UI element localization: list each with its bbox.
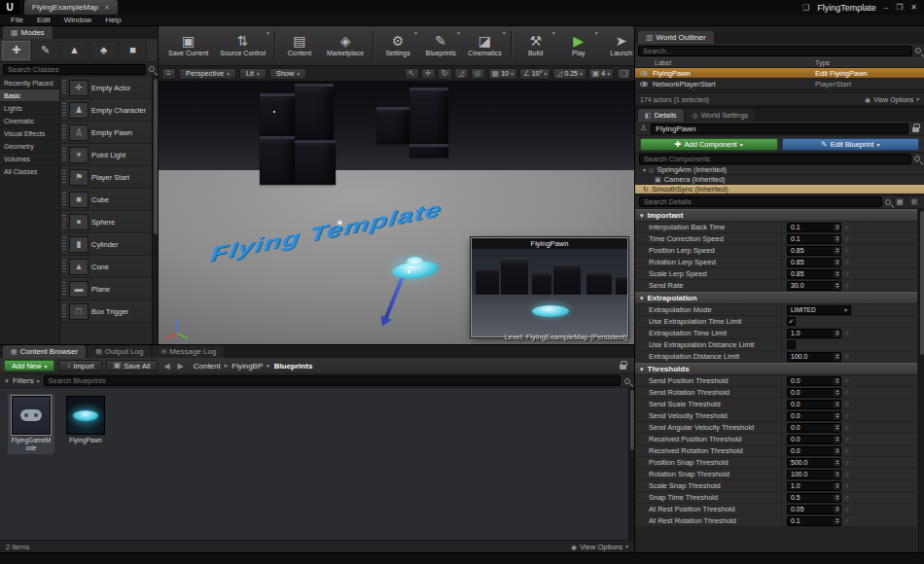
source-control-button[interactable]: ⇅Source Control▾	[214, 26, 271, 65]
component-springarm-inherited[interactable]: ▾◇SpringArm (Inherited)	[635, 165, 924, 175]
asset-grid[interactable]: FlyingGameModeFlyingPawn	[0, 388, 634, 540]
spinner[interactable]	[834, 235, 840, 243]
reset-to-default-icon[interactable]: ↺	[844, 412, 849, 419]
close-icon[interactable]: ✕	[910, 4, 917, 12]
number-input[interactable]: 0.0	[787, 376, 841, 386]
mode-tab-paint-mode[interactable]: ✎	[31, 41, 59, 60]
close-icon[interactable]: ✕	[104, 4, 110, 11]
section-header-thresholds[interactable]: ▾Thresholds	[635, 363, 917, 375]
monitor-icon[interactable]: ❑	[802, 4, 809, 12]
number-input[interactable]: 0.1	[787, 223, 841, 232]
spinner[interactable]	[834, 259, 840, 266]
spinner[interactable]	[834, 436, 840, 443]
property-matrix-button[interactable]: ▦	[894, 196, 906, 207]
component-smoothsync-inherited[interactable]: ↻SmoothSync (Inherited)	[635, 185, 924, 194]
number-input[interactable]: 0.0	[787, 400, 841, 409]
tab-output-log[interactable]: ▤Output Log	[88, 345, 151, 358]
number-input[interactable]: 100.0	[787, 352, 841, 362]
spinner[interactable]	[834, 482, 840, 490]
world-space-button[interactable]: ◎	[471, 68, 485, 80]
place-item-cube[interactable]: ■Cube	[60, 189, 158, 211]
spinner[interactable]	[834, 401, 840, 408]
menu-window[interactable]: Window	[57, 15, 98, 25]
reset-to-default-icon[interactable]: ↺	[844, 471, 849, 477]
reset-to-default-icon[interactable]: ↺	[844, 482, 849, 489]
save-current-button[interactable]: ▣Save Current	[162, 26, 214, 65]
reset-to-default-icon[interactable]: ↺	[844, 506, 849, 512]
content-search-input[interactable]	[44, 375, 622, 386]
content-button[interactable]: ▤Content	[278, 26, 321, 65]
number-input[interactable]: 0.85	[787, 258, 841, 267]
section-header-important[interactable]: ▾Important	[635, 209, 917, 222]
place-item-point-light[interactable]: ✶Point Light	[60, 144, 158, 166]
breadcrumb-blueprints[interactable]: Blueprints	[274, 362, 313, 370]
place-item-player-start[interactable]: ⚑Player Start	[60, 166, 158, 189]
number-input[interactable]: 0.5	[787, 493, 841, 503]
details-view-options-button[interactable]: ⚙	[908, 196, 920, 207]
number-input[interactable]: 0.85	[787, 246, 841, 256]
breadcrumb-flyingbp[interactable]: FlyingBP	[231, 362, 263, 370]
forward-icon[interactable]: ▶	[176, 362, 186, 370]
column-header-type[interactable]: Type	[815, 59, 924, 66]
visibility-eye-icon[interactable]	[640, 71, 648, 76]
spinner[interactable]	[834, 424, 840, 432]
filters-button[interactable]: ▼ Filters ▾	[4, 376, 40, 385]
level-tab[interactable]: FlyingExampleMap ✕	[24, 0, 118, 15]
rotate-tool-button[interactable]: ↻	[438, 68, 452, 80]
scale-tool-button[interactable]: ◿	[454, 68, 469, 80]
lit-button[interactable]: Lit▾	[239, 68, 267, 80]
number-input[interactable]: 30.0	[787, 281, 841, 291]
place-item-empty-pawn[interactable]: ♙Empty Pawn	[60, 122, 158, 144]
place-item-sphere[interactable]: ●Sphere	[60, 211, 158, 233]
restore-icon[interactable]: ❐	[896, 4, 903, 12]
build-button[interactable]: ⚒Build▾	[515, 26, 557, 65]
reset-to-default-icon[interactable]: ↺	[844, 517, 849, 524]
mode-tab-geometry-mode[interactable]: ■	[119, 41, 147, 60]
spinner[interactable]	[834, 330, 840, 337]
modes-search-input[interactable]	[3, 64, 146, 75]
place-item-empty-character[interactable]: ♟Empty Character	[60, 99, 158, 122]
static-mesh-cube[interactable]	[295, 140, 336, 185]
reset-to-default-icon[interactable]: ↺	[844, 247, 849, 254]
visibility-eye-icon[interactable]	[640, 82, 648, 87]
reset-to-default-icon[interactable]: ↺	[844, 224, 849, 230]
number-input[interactable]: 0.0	[787, 411, 841, 421]
reset-to-default-icon[interactable]: ↺	[844, 270, 849, 277]
number-input[interactable]: 100.0	[787, 470, 841, 479]
spinner[interactable]	[834, 377, 840, 385]
place-item-cylinder[interactable]: ▮Cylinder	[60, 233, 158, 256]
reset-to-default-icon[interactable]: ↺	[844, 389, 849, 396]
lock-icon[interactable]	[912, 127, 919, 132]
menu-file[interactable]: File	[4, 15, 30, 25]
reset-to-default-icon[interactable]: ↺	[844, 353, 849, 360]
outliner-row-flyingpawn[interactable]: FlyingPawnEdit FlyingPawn	[635, 68, 924, 79]
actor-type[interactable]: Edit FlyingPawn	[815, 69, 924, 78]
back-icon[interactable]: ◀	[161, 362, 171, 370]
spinner[interactable]	[834, 494, 840, 502]
number-input[interactable]: 0.1	[787, 516, 841, 526]
outliner-search-input[interactable]	[638, 46, 912, 56]
spinner[interactable]	[834, 459, 840, 467]
view-options-button[interactable]: ◉ View Options ▾	[865, 96, 919, 103]
number-input[interactable]: 0.05	[787, 505, 841, 514]
dropdown[interactable]: LIMITED▾	[787, 305, 851, 315]
expand-caret-icon[interactable]: ▾	[643, 166, 646, 173]
details-search-input[interactable]	[639, 196, 882, 207]
viewport-options-button[interactable]: ≡	[161, 68, 176, 80]
actor-name-input[interactable]	[651, 123, 908, 134]
static-mesh-cube[interactable]	[295, 84, 334, 140]
spinner[interactable]	[834, 224, 840, 231]
number-input[interactable]: 1.0	[787, 481, 841, 491]
marketplace-button[interactable]: ◈Marketplace	[321, 26, 370, 65]
mode-tab-foliage-mode[interactable]: ♣	[89, 41, 118, 60]
menu-edit[interactable]: Edit	[30, 15, 57, 25]
checkbox[interactable]: ✓	[787, 317, 796, 326]
tab-world-outliner[interactable]: ▥ World Outliner	[638, 31, 714, 44]
scale-snap-control[interactable]: ◿0.25▾	[552, 68, 586, 80]
maximize-viewport-button[interactable]: ❑	[617, 68, 631, 80]
place-item-cone[interactable]: ▲Cone	[60, 256, 158, 278]
number-input[interactable]: 0.85	[787, 269, 841, 279]
column-header-label[interactable]: Label	[635, 59, 815, 66]
actor-camera-preview[interactable]: FlyingPawn	[471, 237, 628, 337]
outliner-row-networkplayerstart[interactable]: NetworkPlayerStartPlayerStart	[635, 79, 924, 89]
